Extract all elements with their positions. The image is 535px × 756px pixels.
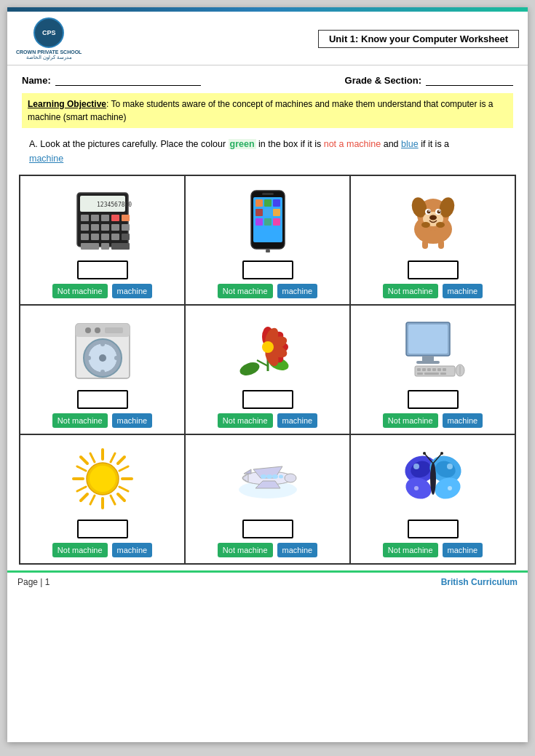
machine-btn-sun[interactable]: machine — [112, 543, 153, 557]
color-box-plane[interactable] — [242, 520, 293, 538]
color-box-computer[interactable] — [408, 390, 459, 409]
not-machine-btn-washer[interactable]: Not machine — [52, 413, 108, 428]
machine-btn-plane[interactable]: machine — [277, 543, 318, 557]
school-name-english: CROWN PRIVATE SCHOOL — [16, 49, 82, 55]
dog-icon — [400, 187, 466, 252]
instructions-text2: in the box if it is — [256, 139, 324, 149]
cell-butterfly: Not machine machine — [351, 435, 515, 563]
not-machine-btn-phone[interactable]: Not machine — [218, 284, 273, 298]
not-machine-btn-flower[interactable]: Not machine — [218, 413, 273, 428]
svg-rect-34 — [262, 193, 274, 195]
logo-area: CPS CROWN PRIVATE SCHOOL مدرسة كراون الخ… — [16, 17, 82, 60]
svg-rect-10 — [101, 224, 109, 231]
plane-image-area — [191, 442, 344, 515]
svg-line-104 — [90, 453, 95, 462]
svg-rect-82 — [422, 368, 426, 371]
learning-objective-label: Learning Objective — [28, 99, 106, 109]
instructions-red-word: not a machine — [324, 139, 381, 149]
color-box-phone[interactable] — [242, 260, 293, 279]
svg-rect-5 — [101, 215, 109, 221]
color-box-calculator[interactable] — [77, 260, 128, 279]
grade-input-line[interactable] — [426, 74, 513, 86]
worksheet-page: CPS CROWN PRIVATE SCHOOL مدرسة كراون الخ… — [7, 7, 528, 742]
svg-point-109 — [90, 466, 116, 492]
btn-row-sun: Not machine machine — [26, 543, 178, 557]
instructions-text1: Look at the pictures carefully. Place th… — [40, 139, 228, 149]
svg-rect-23 — [255, 199, 263, 207]
svg-point-60 — [100, 370, 105, 374]
svg-rect-27 — [264, 209, 272, 216]
svg-rect-78 — [422, 356, 434, 362]
svg-rect-31 — [273, 218, 280, 226]
btn-row-butterfly: Not machine machine — [357, 543, 509, 557]
not-machine-btn-calculator[interactable]: Not machine — [52, 284, 108, 298]
not-machine-btn-dog[interactable]: Not machine — [383, 284, 438, 298]
cell-sun: Not machine machine — [20, 435, 186, 563]
grade-field: Grade & Section: — [345, 74, 513, 86]
machine-btn-phone[interactable]: machine — [277, 284, 318, 298]
color-box-butterfly[interactable] — [408, 520, 459, 538]
svg-point-131 — [430, 463, 436, 495]
machine-btn-butterfly[interactable]: machine — [443, 543, 483, 557]
svg-point-118 — [266, 474, 272, 479]
svg-rect-6 — [111, 215, 119, 221]
svg-rect-4 — [91, 215, 99, 221]
svg-point-128 — [447, 463, 453, 469]
not-machine-btn-butterfly[interactable]: Not machine — [383, 543, 438, 557]
instructions-link-word[interactable]: machine — [29, 154, 63, 164]
activity-grid: 1234567890 — [19, 175, 516, 565]
svg-rect-84 — [432, 368, 436, 371]
svg-point-135 — [440, 452, 443, 455]
learning-objective: Learning Objective: To make students awa… — [22, 93, 513, 128]
svg-point-133 — [423, 452, 426, 455]
instructions-text3: and — [381, 139, 401, 149]
dog-image-area — [357, 183, 509, 256]
svg-line-102 — [77, 487, 86, 491]
machine-btn-calculator[interactable]: machine — [112, 284, 153, 298]
svg-rect-88 — [424, 373, 439, 375]
svg-rect-13 — [81, 234, 89, 240]
color-box-sun[interactable] — [77, 520, 128, 538]
flower-icon — [235, 317, 301, 382]
svg-rect-25 — [273, 199, 280, 207]
machine-btn-computer[interactable]: machine — [443, 413, 483, 428]
sun-icon — [70, 446, 135, 512]
svg-rect-8 — [81, 224, 89, 231]
curriculum-label: British Curriculum — [441, 577, 518, 587]
btn-row-phone: Not machine machine — [191, 284, 344, 298]
svg-point-112 — [285, 474, 296, 482]
svg-point-75 — [262, 341, 274, 353]
svg-rect-79 — [416, 361, 440, 364]
phone-image-area — [191, 183, 344, 256]
not-machine-btn-computer[interactable]: Not machine — [383, 413, 438, 428]
svg-rect-11 — [111, 224, 119, 231]
svg-line-106 — [111, 453, 115, 462]
machine-btn-washer[interactable]: machine — [112, 413, 153, 428]
calculator-image-area: 1234567890 — [26, 183, 178, 256]
color-box-dog[interactable] — [408, 260, 459, 279]
svg-rect-55 — [105, 327, 123, 333]
svg-point-53 — [85, 327, 91, 333]
svg-rect-83 — [427, 368, 431, 371]
svg-rect-49 — [422, 240, 428, 249]
btn-row-calculator: Not machine machine — [26, 284, 178, 298]
svg-point-62 — [114, 356, 119, 360]
machine-btn-flower[interactable]: machine — [277, 413, 318, 428]
color-box-flower[interactable] — [242, 390, 293, 409]
butterfly-image-area — [357, 442, 509, 515]
svg-rect-89 — [440, 373, 446, 375]
svg-point-61 — [87, 356, 91, 360]
svg-rect-9 — [91, 224, 99, 231]
btn-row-flower: Not machine machine — [191, 413, 344, 428]
svg-point-65 — [238, 360, 261, 378]
color-box-washer[interactable] — [77, 390, 128, 409]
calculator-icon: 1234567890 — [70, 187, 135, 252]
machine-btn-dog[interactable]: machine — [443, 284, 483, 298]
not-machine-btn-plane[interactable]: Not machine — [218, 543, 273, 557]
name-input-line[interactable] — [55, 74, 201, 86]
svg-rect-81 — [417, 368, 421, 371]
svg-point-120 — [279, 475, 283, 479]
school-logo: CPS — [33, 17, 64, 48]
not-machine-btn-sun[interactable]: Not machine — [52, 543, 108, 557]
instructions-green-word: green — [229, 139, 256, 149]
